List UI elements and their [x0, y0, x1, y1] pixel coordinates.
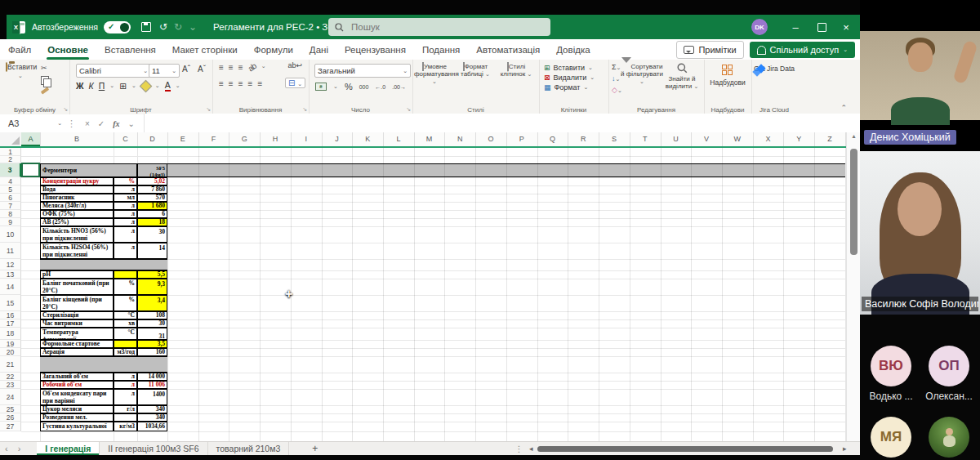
cell-label[interactable]: Балінг початковий (при 20°С)	[40, 279, 114, 295]
paste-button[interactable]: Вставити⌄	[6, 63, 35, 79]
row-header[interactable]: 26	[0, 413, 21, 422]
decrease-indent-button[interactable]: ≡	[248, 79, 252, 88]
delete-cells-button[interactable]: ⊠Видалити⌄	[544, 74, 595, 82]
row-header[interactable]: 20	[0, 348, 21, 356]
increase-decimal-button[interactable]: ←.0	[375, 84, 385, 90]
sheet-tab[interactable]: І генерація	[37, 442, 100, 455]
column-header[interactable]: H	[260, 132, 292, 146]
row-header[interactable]: 14	[0, 279, 21, 295]
menu-tab[interactable]: Макет сторінки	[172, 42, 238, 58]
cell-label[interactable]: Температура ферментації	[40, 328, 114, 340]
row-header[interactable]: 27	[0, 422, 21, 431]
cell-value[interactable]: 160	[137, 348, 167, 356]
sheet-menu-icon[interactable]: ⋮	[514, 444, 523, 453]
column-header[interactable]: R	[568, 132, 599, 146]
row-header[interactable]: 17	[0, 319, 21, 328]
user-avatar[interactable]: DK	[751, 19, 768, 35]
column-header[interactable]: Q	[537, 132, 569, 146]
dialog-launcher-icon[interactable]: ↘	[206, 106, 211, 113]
cell-label[interactable]: Аерація	[40, 348, 114, 356]
column-header[interactable]: Y	[783, 132, 815, 146]
cell-unit[interactable]: л	[114, 226, 137, 243]
cell-value[interactable]: 7 860	[137, 185, 167, 194]
format-painter-button[interactable]	[41, 87, 49, 94]
cell-unit[interactable]: °С	[114, 311, 137, 319]
row-header[interactable]: 5	[0, 185, 21, 194]
formula-input[interactable]	[144, 114, 860, 133]
cell-label[interactable]: АВ (25%)	[40, 218, 114, 226]
column-header[interactable]: U	[661, 132, 693, 146]
row-header[interactable]: 21	[0, 356, 21, 373]
cell-value[interactable]: 6	[137, 210, 167, 218]
cell-unit[interactable]: °С	[114, 328, 137, 340]
qat-customize-icon[interactable]: ⌄	[189, 21, 197, 33]
autosave-toggle[interactable]: ✓	[104, 21, 131, 33]
cell-unit[interactable]: %	[114, 177, 137, 185]
menu-tab[interactable]: Основне	[47, 42, 89, 58]
hscroll-left-icon[interactable]: ◂	[529, 444, 533, 453]
row-header[interactable]: 2	[0, 156, 21, 163]
row-header[interactable]: 3	[0, 163, 21, 177]
menu-tab[interactable]: Рецензування	[344, 42, 407, 58]
row-header[interactable]: 12	[0, 259, 21, 270]
column-header[interactable]: V	[691, 132, 723, 146]
cell-value[interactable]: 340	[137, 405, 167, 413]
next-sheet-button[interactable]: ›	[18, 444, 21, 453]
cell-label[interactable]: Кількість HNO3 (56%) при підкисленні	[40, 226, 114, 243]
vertical-scroll-thumb[interactable]	[850, 149, 858, 255]
column-header[interactable]: J	[322, 132, 354, 146]
row-header[interactable]: 25	[0, 405, 21, 413]
cancel-entry-icon[interactable]: ×	[85, 119, 90, 128]
cell-unit[interactable]: л	[114, 381, 137, 389]
cell-value[interactable]: 9,3	[137, 279, 167, 295]
redo-button[interactable]: ↻	[174, 21, 182, 33]
collapse-ribbon-button[interactable]: ⌃	[840, 104, 847, 112]
find-select-button[interactable]: Знайти й виділити ⌄	[661, 63, 703, 90]
add-sheet-button[interactable]: +	[312, 443, 318, 454]
cell-value[interactable]: 14	[137, 243, 167, 259]
menu-tab[interactable]: Формули	[253, 42, 294, 58]
sheet-tab[interactable]: ІІ генерація 100м3 SF6	[100, 442, 207, 455]
cell-label[interactable]: Концентрація цукру	[40, 177, 114, 185]
column-header[interactable]: S	[599, 132, 630, 146]
percent-style-button[interactable]: %	[345, 82, 353, 92]
cell-value[interactable]: 1400	[137, 389, 167, 405]
cell-label[interactable]: Густина культуральної	[40, 422, 114, 431]
italic-button[interactable]: К	[89, 81, 94, 91]
column-header[interactable]: Z	[814, 132, 846, 146]
cell-unit[interactable]	[114, 413, 137, 422]
vertical-scrollbar[interactable]: ▴	[846, 132, 861, 441]
accounting-format-button[interactable]: ₴	[315, 83, 327, 91]
cell-unit[interactable]: л	[114, 218, 137, 226]
grid-body[interactable]: 123ФерментериSF5(14м3)4Концентрація цукр…	[0, 148, 846, 441]
cell-label[interactable]: Стерилізація	[40, 311, 114, 319]
row-header[interactable]: 24	[0, 389, 21, 405]
cell-label[interactable]: Кількість H2SO4 (56%) при підкисленні	[40, 243, 114, 259]
hscroll-right-icon[interactable]: ▸	[843, 444, 847, 453]
cell-styles-button[interactable]: Стилі клітинок ⌄	[496, 63, 537, 78]
cell-value[interactable]: 1 680	[137, 202, 167, 210]
menu-tab[interactable]: Довідка	[555, 42, 590, 58]
name-box[interactable]: A3⌄	[0, 114, 62, 132]
restore-button[interactable]	[808, 15, 835, 39]
row-header[interactable]: 6	[0, 194, 21, 202]
cell-value[interactable]: 11 006	[137, 381, 167, 389]
save-icon[interactable]	[141, 22, 151, 32]
participant-video-1[interactable]: Денис Хоміцький	[860, 0, 980, 151]
grow-font-button[interactable]: Aˆ	[182, 65, 190, 74]
column-header[interactable]: W	[722, 132, 754, 146]
cell-label[interactable]: Загальний об'єм	[40, 373, 114, 381]
cell-value[interactable]: 30	[137, 226, 167, 243]
cell-value[interactable]: 5,02	[137, 177, 167, 185]
row-header[interactable]: 22	[0, 373, 21, 381]
cell-unit[interactable]	[114, 340, 137, 348]
insert-function-icon[interactable]: fx	[113, 119, 119, 128]
cell-label[interactable]: Час витримки	[40, 319, 114, 328]
excel-app-icon[interactable]: X	[12, 21, 25, 33]
comments-button[interactable]: Примітки	[676, 41, 743, 59]
row-header[interactable]: 15	[0, 295, 21, 311]
bold-button[interactable]: Ж	[76, 81, 84, 91]
align-bottom-button[interactable]: ≡	[238, 63, 243, 72]
cell-value[interactable]: 3,5	[137, 340, 167, 348]
menu-tab[interactable]: Автоматизація	[475, 42, 541, 58]
